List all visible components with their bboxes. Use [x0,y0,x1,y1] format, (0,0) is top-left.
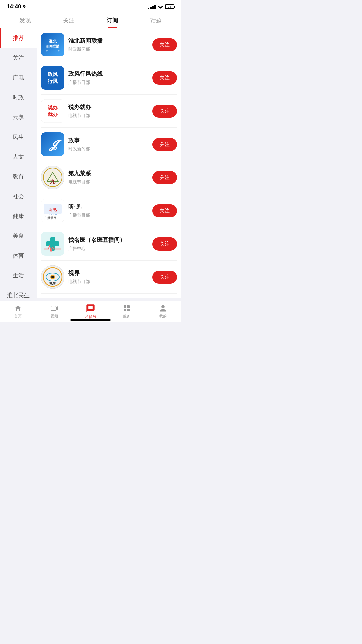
follow-button-7[interactable]: 关注 [152,237,177,251]
sidebar-item-sports[interactable]: 体育 [0,246,37,266]
list-item: 说办 就办 说办就办 电视节目部 关注 [41,95,177,128]
item-title: 政风行风热线 [68,70,148,78]
logo-image-huaibei: 淮北 新闻联播 [42,33,63,56]
logo-image-shuoban: 说办 就办 [41,99,64,123]
sidebar-item-education[interactable]: 教育 [0,167,37,186]
content-list: 淮北 新闻联播 淮北新闻联播 时政新闻部 关注 政风 行风 [37,28,181,298]
svg-rect-24 [46,241,59,246]
item-title: 找名医（名医直播间） [68,236,148,244]
logo-image-caijiu: 九 [41,166,64,189]
list-item: 𝒥 政事 时政新闻部 关注 [41,128,177,161]
item-info: 视界 电视节目部 [68,269,148,285]
item-subtitle: 电视节目部 [68,113,148,119]
list-item: 新华书城（书相荟） 关注 [41,294,177,298]
main-content: 推荐 关注 广电 时政 云享 民生 人文 教育 社会 健康 美食 体育 生活 淮… [0,28,181,298]
bottom-nav-message[interactable]: 相信号 [72,302,109,321]
list-item: 淮北 新闻联播 淮北新闻联播 时政新闻部 关注 [41,28,177,61]
top-navigation: 发现 关注 订阅 话题 [0,12,181,28]
svg-rect-5 [41,66,64,90]
sidebar-item-huaibei-life[interactable]: 淮北民生 [0,285,37,298]
svg-text:九: 九 [50,179,56,184]
tab-topic[interactable]: 话题 [134,12,178,28]
list-item: 九 第九菜系 电视节目部 关注 [41,161,177,194]
battery-icon: 77 [165,4,174,9]
bottom-nav-home[interactable]: 首页 [0,302,36,321]
follow-button-8[interactable]: 关注 [152,271,177,284]
item-logo-shuoban: 说办 就办 [41,99,64,123]
logo-image-yisheng [41,232,64,256]
person-icon [159,304,167,312]
item-logo-huaibei: 淮北 新闻联播 [41,33,64,56]
status-icons: 77 [148,4,174,9]
sidebar-item-broadcast[interactable]: 广电 [0,68,37,88]
item-subtitle: 时政新闻部 [68,146,148,152]
svg-text:就办: 就办 [48,111,58,117]
follow-button-6[interactable]: 关注 [152,204,177,217]
follow-button-3[interactable]: 关注 [152,105,177,118]
sidebar-item-recommend[interactable]: 推荐 [0,28,37,48]
svg-text:新闻联播: 新闻联播 [46,44,60,48]
message-icon [86,304,95,313]
item-info: 政事 时政新闻部 [68,137,148,152]
logo-image-ting: 听见 听见 广播节目 [41,199,64,222]
item-info: 听·见 广播节目部 [68,203,148,218]
list-item: 视界 视界 电视节目部 关注 [41,261,177,294]
sidebar-item-life[interactable]: 生活 [0,266,37,285]
item-title: 听·见 [68,203,148,211]
follow-button-2[interactable]: 关注 [152,71,177,85]
item-subtitle: 广播节目部 [68,212,148,218]
sidebar-item-follow[interactable]: 关注 [0,48,37,68]
status-bar: 14:40 77 [0,0,181,12]
item-info: 找名医（名医直播间） 广告中心 [68,236,148,252]
item-subtitle: 电视节目部 [68,179,148,185]
bottom-nav-profile[interactable]: 我的 [145,302,181,321]
home-indicator [70,319,111,321]
bottom-nav-home-label: 首页 [14,314,22,319]
sidebar-item-humanities[interactable]: 人文 [0,147,37,167]
svg-text:说办: 说办 [48,105,58,110]
svg-point-4 [58,50,59,51]
list-item: 听见 听见 广播节目 听·见 广播节目部 关注 [41,194,177,227]
svg-text:广播节目: 广播节目 [44,216,56,220]
tab-subscribe[interactable]: 订阅 [90,12,134,28]
bottom-nav-service-label: 服务 [123,314,130,319]
wifi-icon [157,5,163,9]
list-item: 找名医（名医直播间） 广告中心 关注 [41,227,177,261]
bottom-nav-service[interactable]: 服务 [109,302,145,321]
svg-point-3 [46,50,48,51]
bottom-nav-profile-label: 我的 [159,314,167,319]
item-info: 说办就办 电视节目部 [68,103,148,119]
item-subtitle: 广播节目部 [68,79,148,86]
item-logo-yisheng [41,232,64,256]
item-logo-zhengshi: 𝒥 [41,132,64,156]
sidebar-item-food[interactable]: 美食 [0,226,37,246]
follow-button-1[interactable]: 关注 [152,38,177,51]
grid-icon [123,304,131,312]
sidebar-item-minsheng[interactable]: 民生 [0,127,37,147]
item-info: 第九菜系 电视节目部 [68,170,148,185]
item-title: 第九菜系 [68,170,148,177]
tab-discover[interactable]: 发现 [3,12,47,28]
sidebar-item-society[interactable]: 社会 [0,186,37,206]
sidebar-item-politics[interactable]: 时政 [0,88,37,107]
bottom-nav-video-label: 视频 [51,314,58,319]
svg-rect-39 [124,305,126,308]
svg-text:政风: 政风 [47,71,58,77]
svg-rect-38 [51,306,56,311]
sidebar-item-yunxiang[interactable]: 云享 [0,107,37,127]
tab-follow[interactable]: 关注 [47,12,90,28]
bottom-navigation: 首页 视频 相信号 服务 我的 [0,301,181,322]
svg-text:淮北: 淮北 [49,39,57,43]
sidebar-item-health[interactable]: 健康 [0,206,37,226]
bottom-nav-video[interactable]: 视频 [36,302,72,321]
home-icon [14,304,22,312]
item-logo-shijie: 视界 [41,265,64,289]
status-time: 14:40 [7,3,21,10]
item-subtitle: 电视节目部 [68,279,148,285]
svg-point-29 [51,276,54,278]
item-info: 政风行风热线 广播节目部 [68,70,148,86]
svg-text:行风: 行风 [47,78,58,84]
logo-image-shijie: 视界 [41,265,64,289]
follow-button-4[interactable]: 关注 [152,138,177,151]
follow-button-5[interactable]: 关注 [152,171,177,184]
